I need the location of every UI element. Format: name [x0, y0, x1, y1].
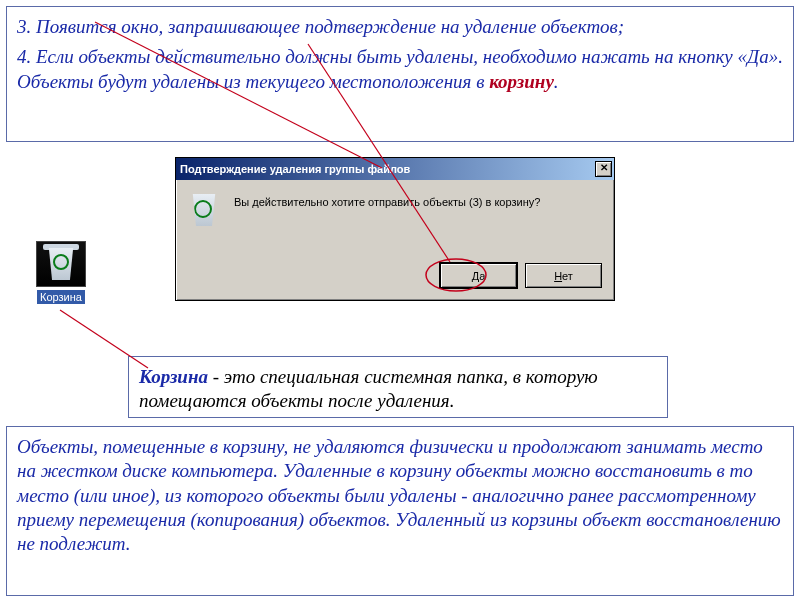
recycle-bin-label: Корзина — [37, 290, 85, 304]
step-3-text: 3. Появится окно, запрашивающее подтверж… — [17, 15, 783, 39]
korzina-definition-box: Корзина - это специальная системная папк… — [128, 356, 668, 418]
korzina-definition: - это специальная системная папка, в кот… — [139, 366, 598, 411]
step-4-korzinu: корзину — [489, 71, 554, 92]
recycle-bin-desktop-icon[interactable]: Корзина — [30, 241, 92, 305]
dialog-title: Подтверждение удаления группы файлов — [180, 163, 410, 175]
step-4-dot: . — [554, 71, 559, 92]
yes-rest: а — [479, 270, 485, 282]
close-button[interactable]: ✕ — [595, 161, 612, 177]
footer-explanation-box: Объекты, помещенные в корзину, не удаляю… — [6, 426, 794, 596]
dialog-message: Вы действительно хотите отправить объект… — [234, 194, 540, 208]
step-4-part-a: 4. Если объекты действительно должны быт… — [17, 46, 783, 91]
korzina-term: Корзина — [139, 366, 208, 387]
yes-button[interactable]: Да — [440, 263, 517, 288]
no-button[interactable]: Нет — [525, 263, 602, 288]
close-icon: ✕ — [600, 162, 608, 173]
instruction-box-top: 3. Появится окно, запрашивающее подтверж… — [6, 6, 794, 142]
step-4-text: 4. Если объекты действительно должны быт… — [17, 45, 783, 94]
dialog-buttons: Да Нет — [440, 263, 602, 288]
dialog-titlebar[interactable]: Подтверждение удаления группы файлов ✕ — [176, 158, 614, 180]
dialog-content: Вы действительно хотите отправить объект… — [176, 180, 614, 230]
confirm-delete-dialog: Подтверждение удаления группы файлов ✕ В… — [175, 157, 615, 301]
no-underline: Н — [554, 270, 562, 282]
no-rest: ет — [562, 270, 573, 282]
recycle-bin-icon — [36, 241, 86, 287]
recycle-bin-icon — [188, 194, 220, 226]
footer-text: Объекты, помещенные в корзину, не удаляю… — [17, 436, 781, 554]
